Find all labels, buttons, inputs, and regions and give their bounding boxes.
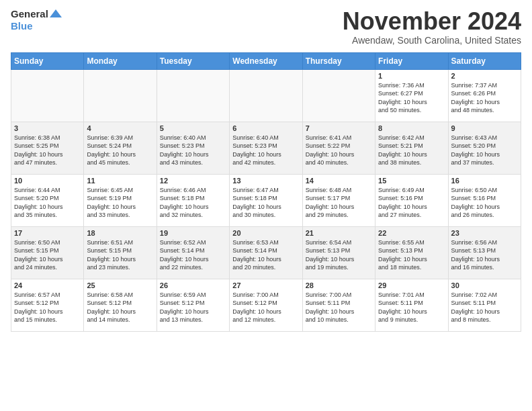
calendar-day-cell: 14Sunrise: 6:48 AM Sunset: 5:17 PM Dayli… (302, 174, 375, 226)
day-number: 14 (306, 177, 372, 185)
day-info: Sunrise: 7:00 AM Sunset: 5:11 PM Dayligh… (306, 291, 372, 324)
day-number: 21 (306, 229, 372, 237)
calendar-day-cell: 17Sunrise: 6:50 AM Sunset: 5:15 PM Dayli… (11, 226, 84, 279)
calendar-day-cell: 12Sunrise: 6:46 AM Sunset: 5:18 PM Dayli… (157, 174, 229, 226)
calendar-day-cell: 11Sunrise: 6:45 AM Sunset: 5:19 PM Dayli… (84, 174, 157, 226)
day-info: Sunrise: 6:49 AM Sunset: 5:16 PM Dayligh… (378, 186, 445, 220)
day-info: Sunrise: 7:02 AM Sunset: 5:11 PM Dayligh… (451, 291, 518, 324)
day-number: 26 (160, 281, 226, 289)
day-number: 2 (451, 72, 518, 80)
day-info: Sunrise: 6:45 AM Sunset: 5:19 PM Dayligh… (87, 186, 153, 220)
day-number: 27 (232, 281, 299, 289)
calendar-day-cell: 26Sunrise: 6:59 AM Sunset: 5:12 PM Dayli… (157, 279, 229, 331)
day-info: Sunrise: 6:38 AM Sunset: 5:25 PM Dayligh… (14, 134, 81, 167)
calendar-day-cell: 28Sunrise: 7:00 AM Sunset: 5:11 PM Dayli… (302, 279, 375, 331)
calendar-day-cell: 20Sunrise: 6:53 AM Sunset: 5:14 PM Dayli… (230, 226, 302, 279)
logo-text: General (11, 8, 48, 20)
header: General Blue November 2024 Awendaw, Sout… (11, 8, 521, 46)
calendar-day-cell (11, 69, 84, 122)
weekday-header-monday: Monday (84, 52, 157, 69)
day-info: Sunrise: 7:36 AM Sunset: 6:27 PM Dayligh… (378, 81, 445, 115)
day-info: Sunrise: 6:40 AM Sunset: 5:23 PM Dayligh… (232, 134, 299, 167)
day-info: Sunrise: 6:56 AM Sunset: 5:13 PM Dayligh… (451, 238, 518, 272)
calendar-week-row: 24Sunrise: 6:57 AM Sunset: 5:12 PM Dayli… (11, 279, 521, 331)
month-title: November 2024 (343, 8, 521, 35)
calendar-day-cell: 6Sunrise: 6:40 AM Sunset: 5:23 PM Daylig… (230, 122, 302, 174)
calendar-day-cell: 27Sunrise: 7:00 AM Sunset: 5:12 PM Dayli… (230, 279, 302, 331)
day-number: 17 (14, 229, 81, 237)
calendar-week-row: 10Sunrise: 6:44 AM Sunset: 5:20 PM Dayli… (11, 174, 521, 226)
calendar-day-cell: 13Sunrise: 6:47 AM Sunset: 5:18 PM Dayli… (230, 174, 302, 226)
location-subtitle: Awendaw, South Carolina, United States (343, 35, 521, 46)
calendar-day-cell: 9Sunrise: 6:43 AM Sunset: 5:20 PM Daylig… (448, 122, 521, 174)
calendar-week-row: 3Sunrise: 6:38 AM Sunset: 5:25 PM Daylig… (11, 122, 521, 174)
weekday-header-wednesday: Wednesday (230, 52, 302, 69)
day-info: Sunrise: 6:48 AM Sunset: 5:17 PM Dayligh… (306, 186, 372, 220)
weekday-header-tuesday: Tuesday (157, 52, 229, 69)
day-number: 11 (87, 177, 153, 185)
calendar-day-cell: 15Sunrise: 6:49 AM Sunset: 5:16 PM Dayli… (375, 174, 448, 226)
day-number: 6 (232, 124, 299, 132)
calendar-day-cell (84, 69, 157, 122)
day-info: Sunrise: 6:46 AM Sunset: 5:18 PM Dayligh… (160, 186, 226, 220)
day-info: Sunrise: 6:59 AM Sunset: 5:12 PM Dayligh… (160, 291, 226, 324)
day-number: 3 (14, 124, 81, 132)
day-info: Sunrise: 6:54 AM Sunset: 5:13 PM Dayligh… (306, 238, 372, 272)
day-number: 28 (306, 281, 372, 289)
calendar-day-cell: 8Sunrise: 6:42 AM Sunset: 5:21 PM Daylig… (375, 122, 448, 174)
day-number: 9 (451, 124, 518, 132)
calendar-day-cell: 1Sunrise: 7:36 AM Sunset: 6:27 PM Daylig… (375, 69, 448, 122)
calendar-day-cell: 25Sunrise: 6:58 AM Sunset: 5:12 PM Dayli… (84, 279, 157, 331)
calendar-day-cell (157, 69, 229, 122)
calendar-day-cell: 10Sunrise: 6:44 AM Sunset: 5:20 PM Dayli… (11, 174, 84, 226)
day-info: Sunrise: 6:39 AM Sunset: 5:24 PM Dayligh… (87, 134, 153, 167)
calendar-day-cell: 24Sunrise: 6:57 AM Sunset: 5:12 PM Dayli… (11, 279, 84, 331)
calendar-day-cell: 21Sunrise: 6:54 AM Sunset: 5:13 PM Dayli… (302, 226, 375, 279)
weekday-header-saturday: Saturday (448, 52, 521, 69)
day-number: 24 (14, 281, 81, 289)
day-info: Sunrise: 7:37 AM Sunset: 6:26 PM Dayligh… (451, 81, 518, 115)
calendar-week-row: 17Sunrise: 6:50 AM Sunset: 5:15 PM Dayli… (11, 226, 521, 279)
weekday-header-thursday: Thursday (302, 52, 375, 69)
calendar-day-cell (302, 69, 375, 122)
day-number: 18 (87, 229, 153, 237)
calendar-day-cell: 22Sunrise: 6:55 AM Sunset: 5:13 PM Dayli… (375, 226, 448, 279)
day-number: 23 (451, 229, 518, 237)
calendar-day-cell: 29Sunrise: 7:01 AM Sunset: 5:11 PM Dayli… (375, 279, 448, 331)
day-info: Sunrise: 6:52 AM Sunset: 5:14 PM Dayligh… (160, 238, 226, 272)
logo-icon (50, 8, 62, 20)
calendar-day-cell: 30Sunrise: 7:02 AM Sunset: 5:11 PM Dayli… (448, 279, 521, 331)
calendar-week-row: 1Sunrise: 7:36 AM Sunset: 6:27 PM Daylig… (11, 69, 521, 122)
day-number: 5 (160, 124, 226, 132)
calendar-table: SundayMondayTuesdayWednesdayThursdayFrid… (11, 52, 521, 332)
calendar-day-cell: 7Sunrise: 6:41 AM Sunset: 5:22 PM Daylig… (302, 122, 375, 174)
day-info: Sunrise: 6:47 AM Sunset: 5:18 PM Dayligh… (232, 186, 299, 220)
day-info: Sunrise: 6:58 AM Sunset: 5:12 PM Dayligh… (87, 291, 153, 324)
day-info: Sunrise: 6:42 AM Sunset: 5:21 PM Dayligh… (378, 134, 445, 167)
day-number: 7 (306, 124, 372, 132)
day-number: 22 (378, 229, 445, 237)
day-number: 13 (232, 177, 299, 185)
logo-text2: Blue (11, 20, 33, 32)
day-number: 4 (87, 124, 153, 132)
day-info: Sunrise: 6:55 AM Sunset: 5:13 PM Dayligh… (378, 238, 445, 272)
day-info: Sunrise: 6:41 AM Sunset: 5:22 PM Dayligh… (306, 134, 372, 167)
weekday-header-row: SundayMondayTuesdayWednesdayThursdayFrid… (11, 52, 521, 69)
page: General Blue November 2024 Awendaw, Sout… (0, 0, 532, 411)
title-block: November 2024 Awendaw, South Carolina, U… (343, 8, 521, 46)
day-info: Sunrise: 6:43 AM Sunset: 5:20 PM Dayligh… (451, 134, 518, 167)
day-number: 16 (451, 177, 518, 185)
day-number: 15 (378, 177, 445, 185)
day-number: 30 (451, 281, 518, 289)
day-info: Sunrise: 7:00 AM Sunset: 5:12 PM Dayligh… (232, 291, 299, 324)
day-number: 1 (378, 72, 445, 80)
calendar-day-cell: 3Sunrise: 6:38 AM Sunset: 5:25 PM Daylig… (11, 122, 84, 174)
day-info: Sunrise: 6:50 AM Sunset: 5:15 PM Dayligh… (14, 238, 81, 272)
day-number: 19 (160, 229, 226, 237)
weekday-header-friday: Friday (375, 52, 448, 69)
day-number: 10 (14, 177, 81, 185)
day-info: Sunrise: 6:50 AM Sunset: 5:16 PM Dayligh… (451, 186, 518, 220)
day-number: 8 (378, 124, 445, 132)
svg-marker-0 (50, 9, 62, 17)
calendar-day-cell: 19Sunrise: 6:52 AM Sunset: 5:14 PM Dayli… (157, 226, 229, 279)
